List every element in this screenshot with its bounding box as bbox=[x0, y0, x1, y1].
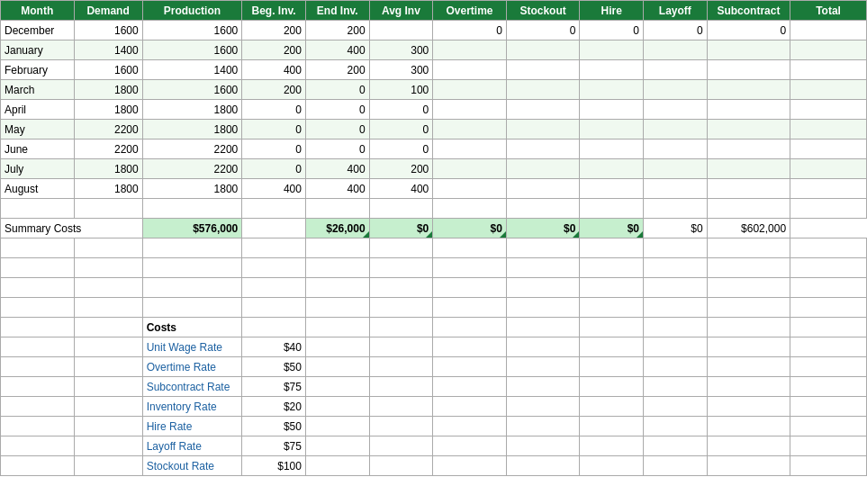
cell[interactable] bbox=[580, 140, 644, 159]
cell[interactable] bbox=[433, 140, 507, 159]
costs-cell[interactable] bbox=[580, 357, 644, 377]
cell[interactable]: June bbox=[1, 140, 75, 159]
cell[interactable]: 1800 bbox=[74, 80, 142, 100]
cell[interactable] bbox=[707, 140, 790, 159]
costs-cell[interactable] bbox=[369, 436, 433, 456]
costs-cell[interactable] bbox=[506, 357, 580, 377]
costs-cell[interactable] bbox=[1, 338, 75, 357]
cell[interactable]: 400 bbox=[369, 179, 433, 199]
cell[interactable]: 0 bbox=[369, 120, 433, 140]
cell[interactable]: 2200 bbox=[142, 159, 242, 179]
costs-cell[interactable] bbox=[74, 377, 142, 397]
costs-cell[interactable] bbox=[790, 436, 867, 456]
costs-cell[interactable] bbox=[644, 338, 708, 357]
cell[interactable] bbox=[790, 120, 867, 140]
cell[interactable] bbox=[433, 40, 507, 60]
costs-cell[interactable] bbox=[433, 338, 507, 357]
costs-cell[interactable]: $100 bbox=[242, 456, 306, 476]
cell[interactable]: 100 bbox=[369, 80, 433, 100]
costs-cell[interactable] bbox=[580, 456, 644, 476]
costs-cell[interactable] bbox=[433, 456, 507, 476]
cell[interactable]: 0 bbox=[242, 100, 306, 120]
cell[interactable] bbox=[707, 80, 790, 100]
costs-cell[interactable] bbox=[369, 338, 433, 357]
cell[interactable]: 0 bbox=[506, 21, 580, 40]
cell[interactable]: 1600 bbox=[74, 21, 142, 40]
costs-cell[interactable] bbox=[305, 357, 369, 377]
cell[interactable]: 1600 bbox=[142, 80, 242, 100]
cell[interactable] bbox=[580, 120, 644, 140]
cell[interactable] bbox=[707, 60, 790, 80]
cell[interactable] bbox=[506, 100, 580, 120]
cell[interactable]: 0 bbox=[242, 140, 306, 159]
cell[interactable]: August bbox=[1, 179, 75, 199]
cell[interactable]: 1600 bbox=[74, 60, 142, 80]
cell[interactable]: 0 bbox=[433, 21, 507, 40]
costs-cell[interactable] bbox=[707, 456, 790, 476]
cell[interactable]: 400 bbox=[305, 159, 369, 179]
cell[interactable]: 200 bbox=[305, 60, 369, 80]
cell[interactable] bbox=[790, 60, 867, 80]
cell[interactable]: 1800 bbox=[142, 120, 242, 140]
costs-cell[interactable] bbox=[305, 456, 369, 476]
costs-cell[interactable]: $50 bbox=[242, 357, 306, 377]
costs-cell[interactable] bbox=[580, 377, 644, 397]
cell[interactable]: 0 bbox=[707, 21, 790, 40]
cell[interactable] bbox=[644, 140, 708, 159]
cell[interactable]: 200 bbox=[369, 159, 433, 179]
cell[interactable] bbox=[506, 159, 580, 179]
cell[interactable] bbox=[506, 60, 580, 80]
cell[interactable]: January bbox=[1, 40, 75, 60]
costs-cell[interactable] bbox=[707, 436, 790, 456]
cell[interactable] bbox=[580, 159, 644, 179]
costs-cell[interactable] bbox=[506, 436, 580, 456]
cell[interactable] bbox=[580, 60, 644, 80]
cell[interactable] bbox=[790, 21, 867, 40]
costs-cell[interactable] bbox=[369, 377, 433, 397]
costs-cell[interactable] bbox=[580, 417, 644, 436]
cell[interactable]: 0 bbox=[305, 80, 369, 100]
costs-cell[interactable]: $75 bbox=[242, 436, 306, 456]
costs-cell[interactable]: Overtime Rate bbox=[142, 357, 242, 377]
costs-cell[interactable] bbox=[1, 377, 75, 397]
costs-cell[interactable] bbox=[433, 357, 507, 377]
costs-cell[interactable] bbox=[1, 417, 75, 436]
costs-cell[interactable] bbox=[790, 377, 867, 397]
cell[interactable]: 2200 bbox=[142, 140, 242, 159]
costs-cell[interactable] bbox=[506, 377, 580, 397]
costs-cell[interactable] bbox=[790, 397, 867, 417]
cell[interactable]: 1600 bbox=[142, 40, 242, 60]
cell[interactable] bbox=[790, 100, 867, 120]
cell[interactable]: 200 bbox=[242, 21, 306, 40]
cell[interactable] bbox=[644, 179, 708, 199]
cell[interactable]: 0 bbox=[242, 120, 306, 140]
costs-cell[interactable]: $75 bbox=[242, 377, 306, 397]
costs-cell[interactable]: Hire Rate bbox=[142, 417, 242, 436]
costs-cell[interactable] bbox=[305, 338, 369, 357]
costs-cell[interactable] bbox=[1, 436, 75, 456]
cell[interactable] bbox=[644, 60, 708, 80]
cell[interactable] bbox=[580, 100, 644, 120]
costs-cell[interactable]: Layoff Rate bbox=[142, 436, 242, 456]
costs-cell[interactable] bbox=[790, 456, 867, 476]
costs-cell[interactable] bbox=[644, 357, 708, 377]
cell[interactable]: 400 bbox=[242, 60, 306, 80]
cell[interactable]: April bbox=[1, 100, 75, 120]
cell[interactable]: July bbox=[1, 159, 75, 179]
costs-cell[interactable] bbox=[74, 456, 142, 476]
cell[interactable]: 0 bbox=[242, 159, 306, 179]
cell[interactable] bbox=[580, 179, 644, 199]
costs-cell[interactable] bbox=[580, 397, 644, 417]
costs-cell[interactable] bbox=[433, 377, 507, 397]
cell[interactable]: 0 bbox=[369, 100, 433, 120]
costs-cell[interactable] bbox=[506, 397, 580, 417]
costs-cell[interactable] bbox=[74, 338, 142, 357]
costs-cell[interactable]: $40 bbox=[242, 338, 306, 357]
costs-cell[interactable] bbox=[644, 436, 708, 456]
costs-cell[interactable] bbox=[707, 417, 790, 436]
cell[interactable] bbox=[433, 100, 507, 120]
cell[interactable]: 200 bbox=[242, 40, 306, 60]
cell[interactable]: 0 bbox=[305, 100, 369, 120]
cell[interactable] bbox=[433, 179, 507, 199]
cell[interactable] bbox=[707, 159, 790, 179]
